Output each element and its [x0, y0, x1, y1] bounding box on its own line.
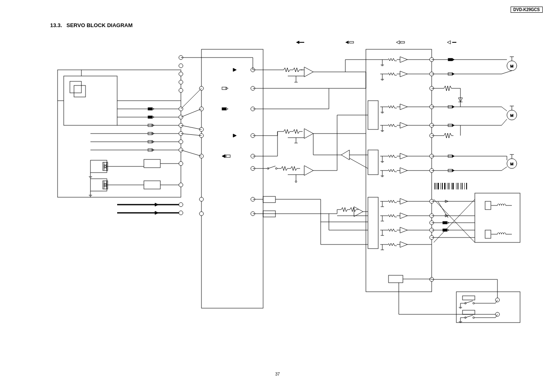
svg-rect-145	[368, 197, 378, 249]
svg-rect-18	[148, 116, 152, 118]
diagram-svg: M M M	[49, 37, 522, 333]
svg-line-95	[181, 109, 201, 117]
svg-marker-59	[155, 203, 158, 206]
svg-marker-181	[452, 106, 454, 108]
svg-point-83	[199, 212, 204, 216]
svg-text:M: M	[510, 64, 513, 68]
svg-rect-232	[388, 275, 403, 283]
svg-line-274	[268, 166, 275, 168]
svg-line-220	[438, 201, 448, 218]
svg-marker-185	[452, 124, 454, 127]
svg-rect-8	[64, 76, 117, 125]
svg-line-179	[502, 107, 507, 111]
svg-line-284	[349, 158, 368, 168]
svg-marker-104	[233, 134, 236, 137]
servo-block-diagram: M M M	[49, 37, 522, 333]
svg-marker-61	[155, 211, 158, 214]
svg-rect-143	[368, 101, 378, 129]
section-heading: SERVO BLOCK DIAGRAM	[67, 22, 133, 28]
svg-point-278	[295, 181, 297, 182]
svg-point-251	[473, 317, 474, 318]
svg-rect-288	[263, 196, 275, 203]
svg-point-73	[179, 161, 183, 166]
svg-line-96	[181, 125, 201, 129]
svg-text:M: M	[510, 162, 513, 166]
svg-point-74	[179, 183, 183, 187]
svg-rect-9	[70, 81, 81, 93]
svg-rect-170	[448, 58, 452, 61]
svg-rect-144	[368, 150, 378, 175]
page-number: 37	[275, 372, 280, 376]
svg-line-97	[181, 134, 201, 136]
svg-point-66	[179, 88, 183, 92]
svg-point-275	[275, 168, 277, 169]
svg-rect-216	[485, 201, 491, 210]
svg-rect-224	[443, 221, 447, 224]
svg-rect-42	[144, 159, 160, 168]
svg-point-71	[179, 140, 183, 144]
svg-rect-247	[462, 310, 475, 314]
svg-line-94	[181, 88, 201, 109]
svg-line-250	[465, 315, 473, 318]
section-title: 13.3. SERVO BLOCK DIAGRAM	[50, 22, 133, 28]
svg-line-183	[502, 119, 507, 125]
svg-marker-190	[452, 155, 454, 157]
svg-text:M: M	[510, 113, 513, 118]
svg-rect-106	[226, 155, 230, 157]
svg-point-241	[473, 302, 474, 304]
section-number: 13.3.	[50, 22, 62, 28]
svg-line-240	[465, 301, 473, 303]
svg-marker-37	[104, 164, 106, 168]
svg-rect-55	[144, 181, 160, 189]
svg-marker-175	[452, 73, 454, 75]
pickup-barcode	[434, 183, 471, 189]
svg-marker-49	[104, 183, 106, 187]
svg-point-64	[179, 72, 183, 76]
svg-marker-50	[104, 183, 106, 187]
svg-point-82	[199, 197, 204, 201]
svg-marker-36	[104, 164, 106, 168]
svg-marker-101	[226, 87, 228, 90]
pickup-block	[475, 193, 520, 242]
svg-rect-15	[148, 108, 152, 110]
svg-point-63	[179, 64, 183, 68]
svg-marker-194	[452, 169, 454, 172]
switch-block	[456, 292, 520, 323]
svg-rect-237	[462, 296, 475, 300]
svg-point-65	[179, 80, 183, 84]
svg-point-75	[179, 203, 183, 207]
svg-rect-10	[74, 85, 86, 97]
svg-rect-217	[485, 230, 491, 238]
svg-marker-99	[233, 68, 236, 71]
svg-rect-100	[222, 87, 226, 90]
svg-marker-103	[226, 108, 228, 110]
svg-line-192	[502, 167, 507, 171]
svg-point-76	[179, 211, 183, 215]
svg-line-98	[181, 150, 201, 156]
svg-marker-171	[452, 58, 454, 61]
svg-rect-102	[222, 108, 226, 110]
svg-line-173	[502, 71, 512, 74]
svg-marker-105	[222, 154, 225, 158]
model-badge: DVD-K29GCS	[511, 7, 543, 13]
svg-rect-199	[434, 183, 471, 189]
